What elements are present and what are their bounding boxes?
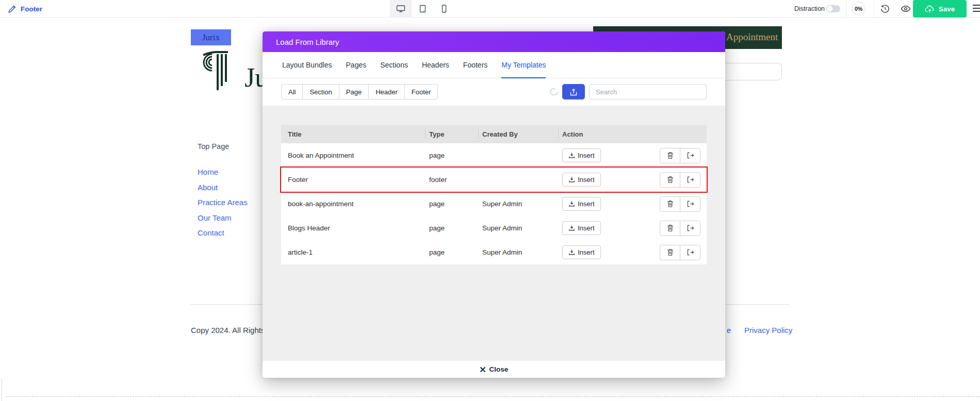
table-rows: Book an Appointment page Insert — [281, 143, 707, 264]
load-from-library-modal: Load From Library Layout BundlesPagesSec… — [263, 31, 725, 378]
filter-bar: AllSectionPageHeaderFooter — [263, 78, 725, 106]
column-action: Action — [562, 130, 707, 138]
tab-footers[interactable]: Footers — [463, 52, 487, 78]
row-title: Book an Appointment — [288, 152, 429, 159]
appointment-button-label: Appointment — [726, 31, 778, 43]
close-button[interactable]: Close — [480, 365, 509, 373]
tab-sections[interactable]: Sections — [380, 52, 408, 78]
delete-button[interactable] — [660, 148, 680, 163]
row-actions: Insert — [562, 221, 707, 236]
delete-button[interactable] — [660, 172, 680, 188]
row-type: page — [429, 200, 482, 208]
row-title: article-1 — [288, 248, 429, 256]
page-nav-menu: HomeAboutPractice AreasOur TeamContact — [198, 168, 248, 244]
preview-button[interactable] — [901, 0, 911, 18]
export-button[interactable] — [680, 148, 700, 163]
distraction-toggle[interactable] — [826, 5, 840, 12]
export-button[interactable] — [680, 245, 700, 260]
modal-title: Load From Library — [276, 38, 339, 46]
mobile-icon — [442, 5, 447, 13]
tab-pages[interactable]: Pages — [346, 52, 367, 78]
progress-indicator: 0% — [852, 2, 865, 15]
modal-header: Load From Library — [263, 31, 725, 52]
top-toolbar: Footer Distraction 0% — [0, 0, 980, 18]
section-outline-dashed — [6, 396, 980, 397]
row-created-by: Super Admin — [482, 248, 562, 256]
column-type: Type — [429, 130, 482, 138]
menu-icon[interactable] — [973, 5, 980, 12]
selected-logo-text: Jurix — [202, 32, 220, 43]
tab-layout-bundles[interactable]: Layout Bundles — [282, 52, 332, 78]
insert-button[interactable]: Insert — [562, 245, 601, 259]
nav-link-our-team[interactable]: Our Team — [198, 213, 248, 229]
trash-icon — [667, 176, 674, 183]
footer-link-fragment[interactable]: e — [727, 326, 731, 335]
history-icon — [880, 4, 890, 13]
save-button[interactable]: Save — [913, 0, 967, 18]
copyright-text: Copy 2024. All Rights — [191, 326, 265, 335]
row-created-by: Super Admin — [482, 200, 562, 208]
nav-link-contact[interactable]: Contact — [198, 228, 248, 244]
upload-template-button[interactable] — [562, 84, 585, 99]
site-logo: Ju — [199, 49, 268, 93]
document-title: Footer — [21, 5, 42, 13]
filter-section[interactable]: Section — [302, 84, 339, 99]
row-type: page — [429, 248, 482, 256]
row-actions: Insert — [562, 245, 707, 260]
insert-label: Insert — [578, 200, 595, 208]
column-title: Title — [288, 130, 429, 138]
edit-pencil-icon[interactable] — [8, 5, 16, 13]
modal-footer: Close — [263, 361, 725, 378]
distraction-label: Distraction — [794, 0, 825, 18]
row-icon-buttons — [660, 245, 700, 260]
export-icon — [687, 225, 694, 231]
row-icon-buttons — [660, 221, 700, 236]
filter-header[interactable]: Header — [368, 84, 405, 99]
nav-link-home[interactable]: Home — [198, 168, 248, 183]
row-icon-buttons — [660, 172, 700, 188]
insert-button[interactable]: Insert — [562, 197, 601, 211]
insert-button[interactable]: Insert — [562, 173, 601, 187]
search-input[interactable] — [589, 84, 707, 99]
canvas-edge-line — [2, 379, 2, 401]
row-title: Blogs Header — [288, 224, 429, 232]
privacy-policy-link[interactable]: Privacy Policy — [744, 326, 792, 335]
row-title: book-an-appointment — [288, 200, 429, 208]
insert-icon — [568, 176, 575, 183]
filter-footer[interactable]: Footer — [404, 84, 438, 99]
tab-my-templates[interactable]: My Templates — [501, 52, 546, 78]
insert-icon — [568, 225, 575, 231]
delete-button[interactable] — [660, 196, 680, 212]
desktop-icon — [396, 5, 405, 13]
insert-icon — [568, 249, 575, 256]
table-row: Footer footer Insert — [281, 168, 707, 192]
nav-link-practice-areas[interactable]: Practice Areas — [198, 198, 248, 213]
table-row: book-an-appointment page Super Admin Ins… — [281, 192, 707, 216]
insert-button[interactable]: Insert — [562, 221, 601, 235]
desktop-view-button[interactable] — [390, 0, 412, 18]
close-icon — [480, 366, 486, 373]
trash-icon — [667, 200, 674, 208]
nav-link-about[interactable]: About — [198, 183, 248, 198]
export-icon — [687, 201, 694, 207]
filter-page[interactable]: Page — [339, 84, 369, 99]
device-switcher — [390, 0, 455, 18]
tab-headers[interactable]: Headers — [422, 52, 449, 78]
filter-all[interactable]: All — [281, 84, 303, 99]
insert-label: Insert — [578, 224, 595, 232]
row-actions: Insert — [562, 196, 707, 212]
export-icon — [687, 249, 694, 256]
export-icon — [687, 176, 694, 183]
export-button[interactable] — [680, 221, 700, 236]
history-button[interactable] — [880, 0, 890, 18]
selected-logo-element[interactable]: Jurix — [191, 29, 231, 45]
refresh-icon[interactable] — [549, 87, 559, 96]
export-button[interactable] — [680, 172, 700, 188]
tablet-icon — [419, 5, 426, 13]
delete-button[interactable] — [660, 221, 680, 236]
mobile-view-button[interactable] — [433, 0, 455, 18]
delete-button[interactable] — [660, 245, 680, 260]
export-button[interactable] — [680, 196, 700, 212]
tablet-view-button[interactable] — [412, 0, 433, 18]
insert-button[interactable]: Insert — [562, 148, 601, 162]
